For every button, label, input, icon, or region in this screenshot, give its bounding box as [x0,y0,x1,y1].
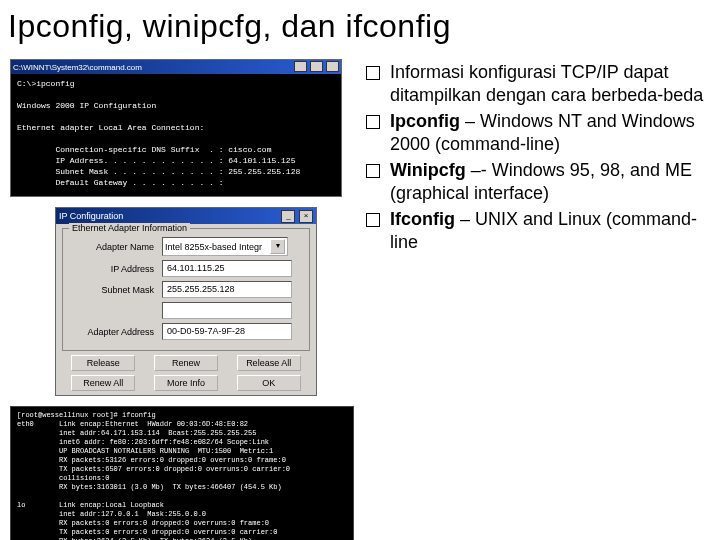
if-line: eth0 Link encap:Ethernet HWaddr 00:03:6D… [17,420,248,428]
gw-value [162,302,292,319]
adapter-group: Ethernet Adapter Information Adapter Nam… [62,228,310,351]
adapter-label: Adapter Name [69,242,162,252]
hw-label: Adapter Address [69,327,162,337]
ok-button[interactable]: OK [237,375,301,391]
bullet-text: Ifconfig – UNIX and Linux (command-line [390,208,710,253]
cmd-titlebar: C:\WINNT\System32\command.com [11,60,341,74]
hw-value: 00-D0-59-7A-9F-28 [162,323,292,340]
if-line: TX packets:6507 errors:0 dropped:0 overr… [17,465,290,473]
bullet-list: Informasi konfigurasi TCP/IP dapat ditam… [360,59,710,540]
cmd-body: C:\>ipconfig Windows 2000 IP Configurati… [11,74,341,196]
if-line: lo Link encap:Local Loopback [17,501,164,509]
bullet-square-icon [366,213,380,227]
release-button[interactable]: Release [71,355,135,371]
cmd-line: Connection-specific DNS Suffix . : cisco… [17,145,271,154]
slide-title: Ipconfig, winipcfg, dan ifconfig [0,0,720,59]
ip-label: IP Address [69,264,162,274]
ipconfig-window: C:\WINNT\System32\command.com C:\>ipconf… [10,59,342,197]
maximize-icon[interactable] [310,61,323,72]
if-line: inet addr:64.171.153.114 Bcast:255.255.2… [17,429,256,437]
ip-value: 64.101.115.25 [162,260,292,277]
cmd-adapter: Ethernet adapter Local Area Connection: [17,123,204,132]
cmd-title-text: C:\WINNT\System32\command.com [13,63,142,72]
cmd-prompt: C:\>ipconfig [17,79,75,88]
if-line: inet addr:127.0.0.1 Mask:255.0.0.0 [17,510,206,518]
bullet-square-icon [366,164,380,178]
more-info-button[interactable]: More Info [154,375,218,391]
bullet-bold: Winipcfg [390,160,466,180]
bullet-text: Informasi konfigurasi TCP/IP dapat ditam… [390,61,710,106]
if-line: inet6 addr: fe80::203:6dff:fe48:e082/64 … [17,438,269,446]
chevron-down-icon[interactable]: ▾ [270,239,285,254]
if-line: RX packets:0 errors:0 dropped:0 overruns… [17,519,269,527]
bullet-item: Informasi konfigurasi TCP/IP dapat ditam… [366,61,710,106]
cmd-line: IP Address. . . . . . . . . . . . : 64.1… [17,156,295,165]
close-icon[interactable] [326,61,339,72]
if-line: UP BROADCAST NOTRAILERS RUNNING MTU:1500… [17,447,273,455]
bullet-item: Winipcfg –- Windows 95, 98, and ME (grap… [366,159,710,204]
bullet-square-icon [366,66,380,80]
bullet-item: Ifconfig – UNIX and Linux (command-line [366,208,710,253]
left-column: C:\WINNT\System32\command.com C:\>ipconf… [10,59,360,540]
cmd-line: Default Gateway . . . . . . . . . : [17,178,223,187]
if-line: TX packets:0 errors:0 dropped:0 overruns… [17,528,277,536]
if-line: RX bytes:3163011 (3.0 Mb) TX bytes:46640… [17,483,282,491]
close-icon[interactable]: × [299,210,313,223]
renew-button[interactable]: Renew [154,355,218,371]
winipcfg-titlebar: IP Configuration _ × [56,208,316,224]
mask-value: 255.255.255.128 [162,281,292,298]
renew-all-button[interactable]: Renew All [71,375,135,391]
if-line: RX packets:53126 errors:0 dropped:0 over… [17,456,286,464]
cmd-header: Windows 2000 IP Configuration [17,101,156,110]
bullet-bold: Ifconfig [390,209,455,229]
minimize-icon[interactable] [294,61,307,72]
bullet-text: Winipcfg –- Windows 95, 98, and ME (grap… [390,159,710,204]
bullet-square-icon [366,115,380,129]
minimize-icon[interactable]: _ [281,210,295,223]
cmd-line: Subnet Mask . . . . . . . . . . . : 255.… [17,167,300,176]
group-title: Ethernet Adapter Information [69,223,190,233]
adapter-value: Intel 8255x-based Integr [165,242,262,252]
bullet-item: Ipconfig – Windows NT and Windows 2000 (… [366,110,710,155]
winipcfg-title: IP Configuration [59,211,123,221]
if-prompt: [root@wessellinux root]# ifconfig [17,411,156,419]
adapter-select[interactable]: Intel 8255x-based Integr ▾ [162,237,288,256]
if-line: collisions:0 [17,474,109,482]
release-all-button[interactable]: Release All [237,355,301,371]
bullet-bold: Ipconfig [390,111,460,131]
winipcfg-window: IP Configuration _ × Ethernet Adapter In… [55,207,317,396]
ifconfig-window: [root@wessellinux root]# ifconfig eth0 L… [10,406,354,540]
bullet-text: Ipconfig – Windows NT and Windows 2000 (… [390,110,710,155]
mask-label: Subnet Mask [69,285,162,295]
